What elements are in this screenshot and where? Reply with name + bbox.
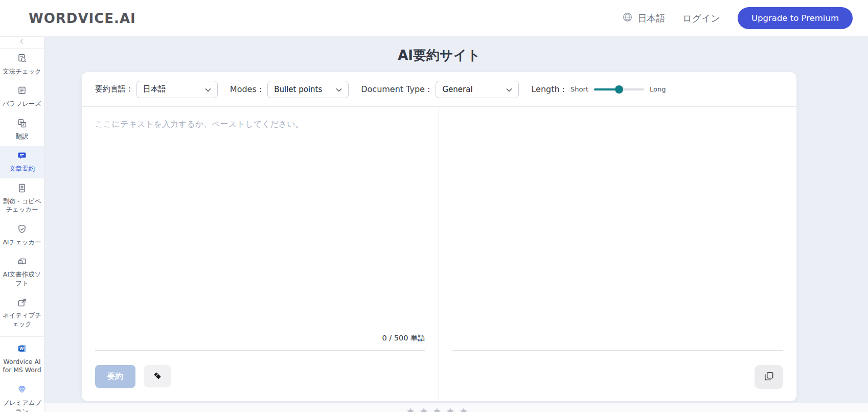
length-short-label: Short	[570, 85, 588, 93]
footer-rating-strip	[44, 403, 868, 412]
summary-language-label: 要約言語 :	[95, 84, 131, 94]
star-icon	[433, 407, 441, 412]
sidebar-item-label: 剽窃・コピペチェッカー	[3, 197, 41, 214]
clear-button[interactable]	[144, 365, 171, 387]
grammar-check-icon	[2, 53, 42, 66]
svg-text:W: W	[19, 347, 24, 351]
sidebar-item-paraphrase[interactable]: パラフレーズ	[0, 81, 44, 113]
word-count: 0 / 500 単語	[82, 333, 439, 350]
summary-language-dropdown[interactable]: 日本語	[136, 81, 218, 98]
star-icon	[420, 407, 428, 412]
document-type-value: General	[442, 85, 472, 94]
copy-icon	[763, 371, 774, 383]
header: WORDVICE.AI 日本語 ログイン Upgrade to Premium	[0, 0, 868, 37]
chevron-down-icon	[336, 85, 342, 94]
language-selector[interactable]: 日本語	[622, 12, 665, 25]
rating-stars	[44, 403, 468, 412]
sidebar-collapse-button[interactable]	[0, 37, 44, 49]
sidebar-item-label: 翻訳	[16, 132, 29, 140]
document-type-label: Document Type :	[361, 84, 430, 94]
ai-writer-icon: AI	[2, 257, 42, 269]
sidebar-item-label: AI文書作成ソフト	[3, 270, 41, 287]
plagiarism-icon	[2, 183, 42, 196]
sidebar-item-label: ネイティブチェック	[3, 311, 41, 328]
svg-text:AI: AI	[19, 261, 22, 263]
sidebar-item-label: AIチェッカー	[3, 238, 41, 246]
sidebar-item-label: Wordvice AI for MS Word	[3, 358, 41, 374]
source-text-input[interactable]	[82, 107, 439, 333]
document-type-dropdown[interactable]: General	[436, 81, 519, 98]
length-long-label: Long	[650, 85, 666, 93]
modes-label: Modes :	[230, 84, 262, 94]
chevron-left-icon	[17, 37, 27, 48]
main-content: AI要約サイト 要約言語 : 日本語	[44, 37, 868, 412]
sidebar-item-label: 文章要約	[9, 165, 35, 172]
modes-value: Bullet points	[274, 85, 322, 94]
input-panel: 0 / 500 単語 要約	[82, 107, 439, 401]
summarize-icon	[2, 150, 42, 163]
output-panel	[439, 107, 796, 401]
modes-dropdown[interactable]: Bullet points	[267, 81, 349, 98]
page-title: AI要約サイト	[82, 47, 796, 64]
summary-language-value: 日本語	[143, 84, 166, 94]
sidebar-item-plagiarism-checker[interactable]: 剽窃・コピペチェッカー	[0, 178, 44, 219]
length-slider-handle[interactable]	[615, 85, 623, 94]
sidebar-item-label: パラフレーズ	[3, 100, 41, 107]
sidebar: 文法チェック パラフレーズ A	[0, 37, 44, 412]
paraphrase-icon	[2, 85, 42, 98]
summarize-button[interactable]: 要約	[95, 365, 135, 388]
options-toolbar: 要約言語 : 日本語 Modes : Bullet points	[82, 72, 796, 107]
length-slider[interactable]	[594, 85, 644, 94]
translate-icon: A	[2, 118, 42, 131]
sidebar-item-premium-plan[interactable]: プレミアムプラン	[0, 380, 44, 412]
chevron-down-icon	[205, 85, 211, 94]
ai-checker-icon	[2, 224, 42, 237]
copy-button[interactable]	[755, 365, 783, 389]
premium-diamond-icon	[2, 384, 42, 397]
sidebar-item-ai-checker[interactable]: AIチェッカー	[0, 219, 44, 251]
star-icon	[406, 407, 415, 412]
eraser-icon	[152, 371, 163, 382]
ms-word-icon: W	[2, 344, 42, 356]
sidebar-item-grammar-check[interactable]: 文法チェック	[0, 49, 44, 81]
summary-output-area	[439, 107, 796, 350]
star-icon	[446, 407, 454, 412]
sidebar-item-translate[interactable]: A 翻訳	[0, 113, 44, 146]
editor-panels: 0 / 500 単語 要約	[82, 107, 796, 401]
header-nav: 日本語 ログイン Upgrade to Premium	[622, 7, 853, 29]
upgrade-premium-button[interactable]: Upgrade to Premium	[738, 7, 853, 29]
sidebar-item-label: プレミアムプラン	[3, 399, 41, 412]
length-label: Length :	[531, 84, 565, 94]
chevron-down-icon	[506, 85, 512, 94]
input-actions: 要約	[82, 351, 439, 401]
sidebar-item-ms-word-addin[interactable]: W Wordvice AI for MS Word	[0, 336, 44, 380]
language-label: 日本語	[637, 12, 665, 25]
sidebar-item-label: 文法チェック	[3, 67, 41, 75]
sidebar-item-ai-writer[interactable]: AI AI文書作成ソフト	[0, 252, 44, 293]
output-actions	[439, 351, 796, 401]
star-icon	[460, 407, 468, 412]
globe-icon	[622, 12, 633, 25]
logo[interactable]: WORDVICE.AI	[29, 11, 136, 26]
summarizer-card: 要約言語 : 日本語 Modes : Bullet points	[82, 72, 796, 401]
sidebar-item-native-check[interactable]: ネイティブチェック	[0, 293, 44, 334]
external-link-icon	[2, 297, 42, 310]
sidebar-item-summarize[interactable]: 文章要約	[0, 146, 44, 178]
login-link[interactable]: ログイン	[682, 12, 720, 25]
